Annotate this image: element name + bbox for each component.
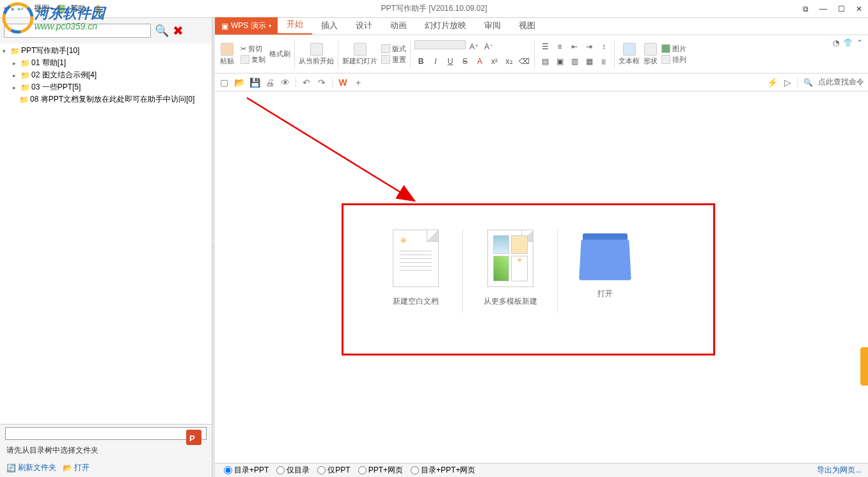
underline-button[interactable]: U <box>444 55 457 68</box>
radio-ppt-only[interactable]: 仅PPT <box>317 465 350 476</box>
status-bar: 目录+PPT 仅目录 仅PPT PPT+网页 目录+PPT+网页 导出为网页..… <box>215 463 868 477</box>
path-input[interactable] <box>5 427 207 440</box>
open-folder-button[interactable]: 📂 打开 <box>63 462 90 473</box>
maximize-button[interactable]: ☐ <box>832 1 850 17</box>
preview-icon[interactable]: 👁 <box>280 77 290 88</box>
hint-text: 请先从目录树中选择文件夹 <box>0 442 212 458</box>
picture-button[interactable]: 图片 <box>661 44 686 54</box>
ppt-file-icon[interactable]: P <box>185 428 203 446</box>
clear-format-button[interactable]: ⌫ <box>517 55 530 68</box>
bullets-button[interactable]: ☰ <box>539 40 551 53</box>
heart-icon[interactable]: ♥ <box>4 4 9 14</box>
find-command-icon[interactable]: 🔍 <box>803 78 813 87</box>
folder-tree[interactable]: ▾ 📁 PPT写作助手[10] ▸ 📁 01 帮助[1] ▸ 📁 02 图文结合… <box>0 43 212 424</box>
bold-button[interactable]: B <box>414 55 427 68</box>
indent-inc-button[interactable]: ⇥ <box>583 40 596 53</box>
print-icon[interactable]: 🖨 <box>265 77 275 88</box>
columns-button[interactable]: ⫼ <box>597 55 610 68</box>
new-blank-doc-button[interactable]: ✳ 新建空白文档 <box>368 230 462 313</box>
tree-item[interactable]: ▸ 📁 01 帮助[1] <box>3 57 209 69</box>
search-input[interactable] <box>4 24 151 38</box>
tree-root[interactable]: ▾ 📁 PPT写作助手[10] <box>3 45 209 57</box>
refresh-icon: 🔄 <box>6 464 16 473</box>
reset-button[interactable]: 重置 <box>381 55 406 65</box>
wps-logo-icon: ▣ <box>221 22 228 31</box>
font-select[interactable] <box>414 40 466 49</box>
justify-button[interactable]: ▦ <box>583 55 596 68</box>
book-icon[interactable]: 📗 <box>57 4 67 13</box>
side-tab[interactable] <box>860 347 868 386</box>
quick-access-bar: ▢ 📂 💾 🖨 👁 ↶ ↷ W + ⚡ ▷ 🔍 点此查找命令 <box>215 74 868 91</box>
tab-start[interactable]: 开始 <box>278 15 312 35</box>
tab-insert[interactable]: 插入 <box>312 17 347 35</box>
superscript-button[interactable]: x² <box>488 55 501 68</box>
chevron-icon[interactable]: ⌃ <box>856 38 863 47</box>
tab-animation[interactable]: 动画 <box>381 17 416 35</box>
close-button[interactable]: ✕ <box>850 1 868 17</box>
export-web-link[interactable]: 导出为网页... <box>817 465 862 476</box>
tab-review[interactable]: 审阅 <box>475 17 510 35</box>
radio-dir-only[interactable]: 仅目录 <box>276 465 310 476</box>
tab-view[interactable]: 视图 <box>510 17 544 35</box>
cut-button[interactable]: ✂剪切 <box>241 44 265 54</box>
nav-icon[interactable]: ▷ <box>782 77 793 88</box>
tab-slideshow[interactable]: 幻灯片放映 <box>416 17 475 35</box>
arrow-icon[interactable]: ▸ <box>12 5 15 12</box>
lightning-icon[interactable]: ⚡ <box>767 77 777 88</box>
font-color-button[interactable]: A <box>473 55 486 68</box>
radio-dir-ppt[interactable]: 目录+PPT <box>224 465 269 476</box>
skin-icon[interactable]: ◔ <box>833 38 839 47</box>
tree-item[interactable]: 📁 08 将PPT文档复制放在此处即可在助手中访问[0] <box>3 93 209 106</box>
hand-icon[interactable]: ✋ <box>93 4 103 13</box>
format-painter-button[interactable]: 格式刷 <box>269 49 290 59</box>
help-menu[interactable]: 帮助▾ <box>68 2 92 15</box>
refresh-folder-button[interactable]: 🔄 刷新文件夹 <box>6 462 56 473</box>
restore-icon[interactable]: ⧉ <box>796 1 814 17</box>
tree-item[interactable]: ▸ 📁 03 一些PPT[5] <box>3 81 209 93</box>
add-icon[interactable]: + <box>353 77 363 88</box>
italic-button[interactable]: I <box>429 55 442 68</box>
tree-item[interactable]: ▸ 📁 02 图文结合示例[4] <box>3 69 209 81</box>
radio-ppt-web[interactable]: PPT+网页 <box>358 465 403 476</box>
font-dec-button[interactable]: A⁻ <box>482 40 495 53</box>
wps-icon[interactable]: W <box>338 77 348 88</box>
subscript-button[interactable]: x₂ <box>503 55 516 68</box>
tab-design[interactable]: 设计 <box>347 17 381 35</box>
back-icon[interactable]: ↩ <box>17 4 24 13</box>
open-doc-button[interactable]: 打开 <box>558 230 652 313</box>
shape-button[interactable]: 形状 <box>643 43 658 66</box>
arrange-button[interactable]: 排列 <box>661 55 686 65</box>
folder-icon: 📁 <box>19 95 29 104</box>
annotation-arrow <box>241 91 432 219</box>
save-icon[interactable]: 💾 <box>249 77 260 88</box>
radio-dir-ppt-web[interactable]: 目录+PPT+网页 <box>411 465 475 476</box>
left-sidebar: 🔍 ✖ ▾ 📁 PPT写作助手[10] ▸ 📁 01 帮助[1] ▸ 📁 02 … <box>0 18 212 477</box>
copy-button[interactable]: 复制 <box>241 55 265 65</box>
style-icon[interactable]: 👕 <box>843 38 853 47</box>
indent-dec-button[interactable]: ⇤ <box>568 40 581 53</box>
align-left-button[interactable]: ▤ <box>539 55 551 68</box>
new-icon[interactable]: ▢ <box>219 77 229 88</box>
find-command-input[interactable]: 点此查找命令 <box>818 77 864 88</box>
new-from-template-button[interactable]: ✳ 从更多模板新建 <box>463 230 557 313</box>
search-icon[interactable]: 🔍 <box>155 24 169 38</box>
undo-icon[interactable]: ↶ <box>301 77 312 88</box>
minimize-button[interactable]: ― <box>814 1 832 17</box>
new-slide-button[interactable]: 新建幻灯片 <box>342 43 377 66</box>
line-spacing-button[interactable]: ↕ <box>597 40 610 53</box>
wps-brand[interactable]: ▣ WPS 演示 ▾ <box>215 17 278 35</box>
window-title: PPT写作助手 [V2016.10.09.02] <box>381 3 487 14</box>
strike-button[interactable]: S <box>459 55 471 68</box>
paste-button[interactable]: 粘贴 <box>220 43 234 66</box>
open-icon[interactable]: 📂 <box>234 77 244 88</box>
font-inc-button[interactable]: A⁺ <box>468 40 480 53</box>
numbering-button[interactable]: ≡ <box>553 40 566 53</box>
redo-icon[interactable]: ↷ <box>317 77 327 88</box>
align-center-button[interactable]: ▣ <box>553 55 566 68</box>
layout-button[interactable]: 版式 <box>381 44 406 54</box>
align-right-button[interactable]: ▥ <box>568 55 581 68</box>
delete-icon[interactable]: ✖ <box>173 23 184 38</box>
textbox-button[interactable]: 文本框 <box>619 43 640 66</box>
view-menu[interactable]: 视图▾ <box>31 2 56 15</box>
from-current-button[interactable]: 从当前开始 <box>299 43 334 66</box>
